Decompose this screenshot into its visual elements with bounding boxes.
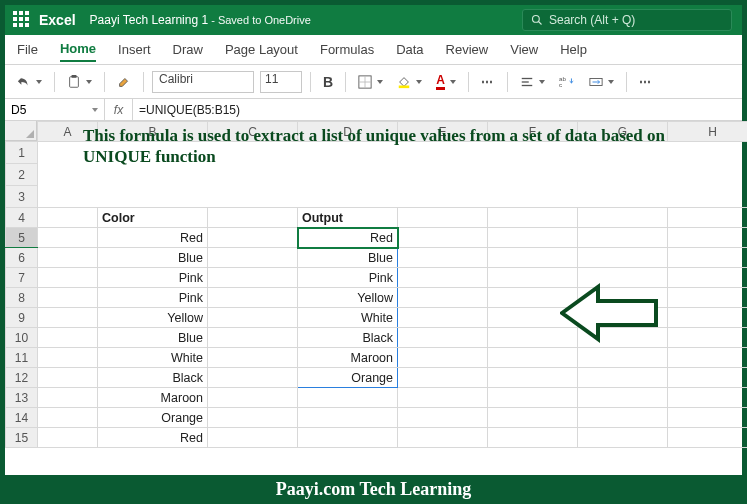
- bold-button[interactable]: B: [319, 72, 337, 92]
- row-header[interactable]: 4: [6, 208, 38, 228]
- format-painter-button[interactable]: [113, 73, 135, 91]
- wrap-icon: abc: [559, 75, 575, 89]
- align-button[interactable]: [516, 73, 549, 91]
- more-font-button[interactable]: ⋯: [477, 73, 499, 91]
- tab-draw[interactable]: Draw: [173, 38, 203, 61]
- tab-insert[interactable]: Insert: [118, 38, 151, 61]
- ribbon-tabs: File Home Insert Draw Page Layout Formul…: [5, 35, 742, 65]
- svg-point-0: [533, 16, 540, 23]
- tab-file[interactable]: File: [17, 38, 38, 61]
- footer-text: Paayi.com Tech Learning: [0, 479, 747, 500]
- cell[interactable]: Red: [98, 428, 208, 448]
- undo-button[interactable]: [13, 73, 46, 91]
- search-icon: [531, 14, 543, 26]
- svg-rect-2: [70, 76, 79, 87]
- arrow-left-icon: [560, 283, 660, 343]
- formula-input[interactable]: =UNIQUE(B5:B15): [133, 99, 742, 120]
- cell[interactable]: Black: [298, 328, 398, 348]
- row-header[interactable]: 10: [6, 328, 38, 348]
- merge-button[interactable]: [585, 73, 618, 91]
- cell[interactable]: Maroon: [298, 348, 398, 368]
- title-bar: Excel Paayi Tech Learning 1 - Saved to O…: [5, 5, 742, 35]
- tab-review[interactable]: Review: [446, 38, 489, 61]
- cell[interactable]: Color: [98, 208, 208, 228]
- svg-text:c: c: [559, 81, 562, 88]
- svg-rect-7: [399, 85, 410, 88]
- cell[interactable]: White: [98, 348, 208, 368]
- cell[interactable]: Blue: [98, 328, 208, 348]
- cell[interactable]: Black: [98, 368, 208, 388]
- cell[interactable]: Pink: [98, 268, 208, 288]
- cell[interactable]: Pink: [98, 288, 208, 308]
- cell[interactable]: Blue: [298, 248, 398, 268]
- cell[interactable]: White: [298, 308, 398, 328]
- row-header[interactable]: 6: [6, 248, 38, 268]
- wrap-text-button[interactable]: abc: [555, 73, 579, 91]
- description-text: This formula is used to extract a list o…: [83, 125, 693, 168]
- document-title[interactable]: Paayi Tech Learning 1 - Saved to OneDriv…: [90, 13, 311, 27]
- tab-home[interactable]: Home: [60, 37, 96, 62]
- row-header[interactable]: 11: [6, 348, 38, 368]
- cell[interactable]: Orange: [98, 408, 208, 428]
- ribbon-toolbar: Calibri 11 B A ⋯ abc ⋯: [5, 65, 742, 99]
- row-header[interactable]: 14: [6, 408, 38, 428]
- tab-page-layout[interactable]: Page Layout: [225, 38, 298, 61]
- row-header[interactable]: 8: [6, 288, 38, 308]
- tab-formulas[interactable]: Formulas: [320, 38, 374, 61]
- search-input[interactable]: Search (Alt + Q): [522, 9, 732, 31]
- search-container: Search (Alt + Q): [522, 9, 732, 31]
- active-cell[interactable]: Red: [298, 228, 398, 248]
- row-header[interactable]: 12: [6, 368, 38, 388]
- paintbrush-icon: [117, 75, 131, 89]
- chevron-down-icon: [92, 108, 98, 112]
- clipboard-icon: [67, 75, 81, 89]
- borders-icon: [358, 75, 372, 89]
- search-placeholder: Search (Alt + Q): [549, 13, 635, 27]
- font-size-select[interactable]: 11: [260, 71, 302, 93]
- row-header[interactable]: 2: [6, 164, 38, 186]
- align-icon: [520, 75, 534, 89]
- undo-icon: [17, 75, 31, 89]
- app-name: Excel: [39, 12, 76, 28]
- row-header[interactable]: 15: [6, 428, 38, 448]
- cell[interactable]: Red: [98, 228, 208, 248]
- borders-button[interactable]: [354, 73, 387, 91]
- cell[interactable]: Pink: [298, 268, 398, 288]
- cell[interactable]: Orange: [298, 368, 398, 388]
- cell[interactable]: Maroon: [98, 388, 208, 408]
- row-header[interactable]: 13: [6, 388, 38, 408]
- name-box[interactable]: D5: [5, 99, 105, 120]
- select-all-corner[interactable]: [5, 121, 37, 141]
- svg-rect-3: [71, 75, 76, 78]
- tab-view[interactable]: View: [510, 38, 538, 61]
- row-header[interactable]: 7: [6, 268, 38, 288]
- row-header[interactable]: 9: [6, 308, 38, 328]
- row-header[interactable]: 3: [6, 186, 38, 208]
- formula-bar: D5 fx =UNIQUE(B5:B15): [5, 99, 742, 121]
- svg-line-1: [539, 22, 542, 25]
- font-name-select[interactable]: Calibri: [152, 71, 254, 93]
- cell[interactable]: Yellow: [298, 288, 398, 308]
- merge-icon: [589, 75, 603, 89]
- more-align-button[interactable]: ⋯: [635, 73, 657, 91]
- cell[interactable]: Yellow: [98, 308, 208, 328]
- paste-button[interactable]: [63, 73, 96, 91]
- row-header[interactable]: 5: [6, 228, 38, 248]
- row-header[interactable]: 1: [6, 142, 38, 164]
- tab-data[interactable]: Data: [396, 38, 423, 61]
- cell[interactable]: Output: [298, 208, 398, 228]
- cell[interactable]: Blue: [98, 248, 208, 268]
- font-color-button[interactable]: A: [432, 71, 460, 92]
- fill-color-button[interactable]: [393, 73, 426, 91]
- tab-help[interactable]: Help: [560, 38, 587, 61]
- fx-button[interactable]: fx: [105, 99, 133, 120]
- bucket-icon: [397, 75, 411, 89]
- app-launcher-icon[interactable]: [13, 11, 31, 29]
